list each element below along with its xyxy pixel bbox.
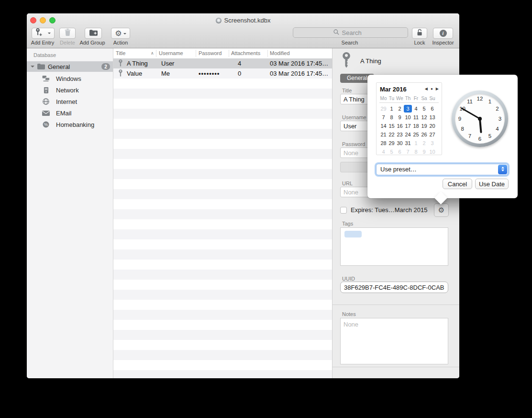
- tag-token[interactable]: [344, 231, 362, 237]
- calendar-day[interactable]: 11: [412, 113, 420, 121]
- table-row[interactable]: ValueMe••••••••003 Mar 2016 17:45…: [113, 68, 332, 79]
- cell-password: ••••••••: [199, 68, 220, 79]
- key-icon: [118, 69, 123, 79]
- calendar-day[interactable]: 7: [379, 113, 388, 121]
- calendar-day[interactable]: 29: [388, 139, 396, 147]
- expires-settings-button[interactable]: ⚙: [434, 203, 449, 217]
- sidebar-item-email[interactable]: EMail: [27, 108, 113, 118]
- calendar-day[interactable]: 26: [420, 131, 428, 138]
- calendar-day[interactable]: 28: [379, 139, 388, 147]
- calendar-day-selected[interactable]: 3: [404, 105, 412, 113]
- key-icon: [341, 52, 352, 71]
- calendar-day[interactable]: 14: [379, 122, 388, 130]
- table-body[interactable]: A ThingUser403 Mar 2016 17:45…ValueMe•••…: [113, 58, 332, 378]
- clock-number: 6: [476, 136, 484, 142]
- calendar-day[interactable]: 16: [396, 122, 404, 130]
- calendar-day[interactable]: 21: [379, 131, 388, 138]
- calendar-day[interactable]: 19: [420, 122, 428, 130]
- add-entry-label: Add Entry: [31, 40, 54, 45]
- envelope-icon: [42, 111, 50, 116]
- column-header-attachments[interactable]: Attachments: [231, 48, 260, 58]
- calendar-day[interactable]: 30: [396, 139, 404, 147]
- sidebar-item-windows[interactable]: Windows: [27, 73, 113, 84]
- calendar-day[interactable]: 4: [412, 105, 420, 113]
- calendar-day[interactable]: 6: [396, 148, 404, 156]
- calendar-day[interactable]: 20: [428, 122, 436, 130]
- uuid-field[interactable]: 38F629B7-FC4E-489C-8DCF-0CAB: [340, 282, 448, 293]
- today-button[interactable]: ●: [431, 87, 433, 91]
- expires-checkbox[interactable]: [340, 207, 347, 214]
- calendar-day[interactable]: 31: [404, 139, 412, 147]
- url-field-label: URL: [342, 181, 353, 186]
- cancel-button[interactable]: Cancel: [443, 179, 472, 189]
- use-date-button[interactable]: Use Date: [475, 179, 509, 189]
- preset-dropdown[interactable]: Use preset…: [376, 164, 508, 175]
- calendar-day[interactable]: 6: [428, 105, 436, 113]
- column-header-password[interactable]: Password: [199, 48, 222, 58]
- action-button[interactable]: ⚙: [111, 28, 130, 39]
- column-header-username[interactable]: Username: [159, 48, 183, 58]
- calendar-day[interactable]: 23: [396, 131, 404, 138]
- calendar-day[interactable]: 18: [412, 122, 420, 130]
- search-input[interactable]: [341, 29, 368, 37]
- sidebar: Database General 2 WindowsNetworkInterne…: [27, 48, 113, 378]
- column-separator: [196, 50, 196, 57]
- next-month-button[interactable]: ▶: [436, 87, 439, 91]
- calendar-day[interactable]: 9: [396, 113, 404, 121]
- uuid-label: UUID: [342, 276, 355, 282]
- calendar-day[interactable]: 27: [428, 131, 436, 138]
- calendar-day[interactable]: 15: [388, 122, 396, 130]
- calendar-day[interactable]: 4: [379, 148, 388, 156]
- sort-ascending-icon: ∧: [151, 48, 154, 58]
- analog-clock[interactable]: 123456789101112: [452, 90, 508, 147]
- calendar-day[interactable]: 12: [420, 113, 428, 121]
- column-header-title[interactable]: Title: [116, 48, 125, 58]
- calendar-day[interactable]: 25: [412, 131, 420, 138]
- sidebar-item-label: Windows: [56, 75, 81, 82]
- delete-label: Delete: [60, 40, 75, 45]
- table-row[interactable]: A ThingUser403 Mar 2016 17:45…: [113, 58, 332, 68]
- lock-button[interactable]: [412, 28, 427, 39]
- disclosure-triangle-icon[interactable]: [31, 66, 34, 69]
- clock-number: 12: [476, 96, 484, 102]
- clock-number: 3: [496, 116, 504, 122]
- calendar-day[interactable]: 8: [388, 113, 396, 121]
- calendar-day[interactable]: 5: [420, 105, 428, 113]
- calendar-day[interactable]: 3: [428, 139, 436, 147]
- calendar-day[interactable]: 2: [396, 105, 404, 113]
- calendar-day[interactable]: 17: [404, 122, 412, 130]
- sidebar-item-general[interactable]: General 2: [27, 61, 113, 72]
- notes-field[interactable]: [340, 318, 448, 364]
- calendar-day[interactable]: 1: [412, 139, 420, 147]
- sidebar-item-internet[interactable]: Internet: [27, 96, 113, 107]
- calendar-day[interactable]: 10: [404, 113, 412, 121]
- calendar-day-header: Su: [428, 96, 436, 101]
- calendar-day[interactable]: 22: [388, 131, 396, 138]
- calendar-day[interactable]: 8: [412, 148, 420, 156]
- calendar-day[interactable]: 10: [428, 148, 436, 156]
- previous-month-button[interactable]: ◀: [425, 87, 428, 91]
- clock-number: 2: [493, 106, 501, 112]
- calendar-day[interactable]: 24: [404, 131, 412, 138]
- calendar-day[interactable]: 29: [379, 105, 388, 113]
- calendar-month-label: Mar 2016: [380, 86, 407, 93]
- calendar-day[interactable]: 5: [388, 148, 396, 156]
- column-header-modified[interactable]: Modified: [270, 48, 290, 58]
- tags-field[interactable]: [340, 227, 448, 266]
- calendar-day[interactable]: 2: [420, 139, 428, 147]
- add-entry-button[interactable]: [32, 28, 45, 39]
- calendar-day[interactable]: 13: [428, 113, 436, 121]
- sidebar-item-network[interactable]: Network: [27, 85, 113, 95]
- calendar-day[interactable]: 7: [404, 148, 412, 156]
- sidebar-item-label: EMail: [56, 110, 72, 117]
- clock-number: 4: [493, 126, 501, 132]
- add-group-button[interactable]: [85, 28, 102, 39]
- calendar-week: 28293031123: [379, 139, 436, 147]
- search-field[interactable]: [293, 27, 408, 38]
- delete-button[interactable]: [59, 28, 76, 39]
- sidebar-item-homebanking[interactable]: %Homebanking: [27, 119, 113, 130]
- add-entry-dropdown-button[interactable]: [44, 28, 55, 39]
- inspector-button[interactable]: i: [433, 28, 453, 39]
- calendar-day[interactable]: 1: [388, 105, 396, 113]
- calendar-day[interactable]: 9: [420, 148, 428, 156]
